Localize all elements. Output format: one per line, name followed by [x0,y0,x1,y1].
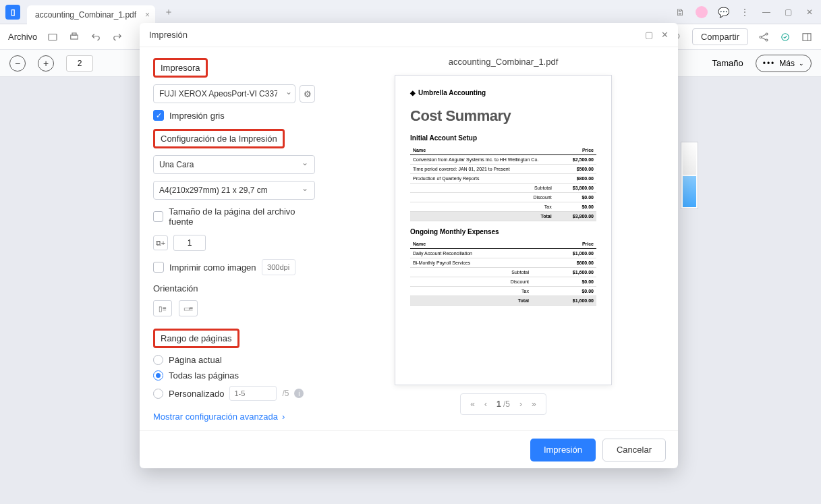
cancel-button[interactable]: Cancelar [602,439,666,461]
orientation-label: Orientación [153,283,315,293]
pager-next-button[interactable]: › [519,399,522,409]
preview-sec2-title: Ongoing Monthly Expenses [410,228,596,235]
print-as-image-label: Imprimir como imagen [169,262,256,273]
print-dialog: Impresión ▢ ✕ Impresora FUJI XEROX Apeos… [140,23,678,468]
svg-point-6 [766,39,768,41]
dialog-footer: Impresión Cancelar [140,430,678,468]
custom-range-radio[interactable] [153,389,163,399]
duplex-select[interactable]: Una Cara [153,155,315,174]
all-pages-label: Todas las páginas [169,370,239,381]
paper-size-select[interactable]: A4(210x297mm) 21 x 29,7 cm [153,181,315,200]
printer-select[interactable]: FUJI XEROX ApeosPort-VI C3370 [153,84,295,103]
avatar-icon[interactable] [696,6,708,18]
zoom-in-button[interactable]: + [38,55,54,72]
print-options-panel: Impresora FUJI XEROX ApeosPort-VI C3370 … [140,47,329,430]
advanced-settings-link[interactable]: Mostrar configuración avanzada› [153,412,315,422]
print-button[interactable]: Impresión [530,439,596,461]
source-page-size-checkbox[interactable] [153,211,163,222]
share-net-icon[interactable] [758,31,770,43]
svg-rect-0 [49,34,57,40]
panel-icon[interactable] [801,31,813,43]
grayscale-checkbox[interactable]: ✓ [153,110,164,121]
more-button[interactable]: •••Más⌄ [756,55,812,72]
pager-first-button[interactable]: « [470,399,475,409]
undo-icon[interactable] [90,31,102,43]
svg-rect-1 [71,35,78,39]
preview-sec1-title: Initial Account Setup [410,134,596,142]
document-tab[interactable]: accounting_Combinar_1.pdf × [27,5,155,24]
menu-archivo[interactable]: Archivo [8,32,37,42]
orientation-portrait-button[interactable]: ▯≡ [153,300,172,316]
preview-table-1: NamePriceConversion from Angular Systems… [410,146,596,221]
printer-settings-button[interactable]: ⚙ [300,85,315,103]
page-number-input[interactable] [66,55,93,72]
svg-rect-8 [803,33,811,40]
open-icon[interactable] [47,31,59,43]
thumbnail[interactable] [683,176,696,207]
preview-h1: Cost Summary [410,107,596,125]
cloud-icon[interactable] [779,31,791,43]
dpi-input[interactable] [262,259,295,275]
svg-point-4 [760,36,762,38]
thumbnail-strip[interactable] [681,142,698,209]
minimize-button[interactable]: — [760,6,772,18]
page-range-section-label: Rango de páginas [153,329,239,348]
total-pages-suffix: /5 [282,389,289,398]
page-preview: ◆ Umbrella Accounting Cost Summary Initi… [395,75,612,385]
maximize-button[interactable]: ▢ [782,6,794,18]
dialog-maximize-icon[interactable]: ▢ [645,30,653,40]
pager-prev-button[interactable]: ‹ [484,399,487,409]
current-page-label: Página actual [169,355,222,365]
zoom-out-button[interactable]: − [9,55,26,72]
more-icon[interactable]: ⋮ [739,6,751,18]
pager-last-button[interactable]: » [532,399,536,409]
preview-filename: accounting_Combinar_1.pdf [449,57,559,67]
custom-range-input[interactable] [229,386,277,401]
notify-icon[interactable]: 🗎 [674,6,686,18]
tab-title: accounting_Combinar_1.pdf [35,10,136,20]
chat-icon[interactable]: 💬 [717,6,729,18]
size-label[interactable]: Tamaño [712,58,743,68]
add-tab-button[interactable]: ＋ [162,5,175,19]
app-logo: ▯ [5,5,20,20]
svg-point-5 [766,33,768,35]
print-icon[interactable] [68,31,80,43]
dialog-close-icon[interactable]: ✕ [661,30,669,40]
source-page-size-label: Tamaño de la página del archivo fuente [169,206,315,227]
dialog-title: Impresión [149,30,188,40]
print-as-image-checkbox[interactable] [153,262,164,273]
print-config-section-label: Configuración de la Impresión [153,129,285,148]
orientation-landscape-button[interactable]: ▭≡ [179,300,198,316]
svg-rect-2 [72,33,76,35]
grayscale-label: Impresión gris [169,111,225,121]
preview-table-2: NamePriceDaily Account Reconciliation$1,… [410,240,596,306]
titlebar: ▯ accounting_Combinar_1.pdf × ＋ 🗎 💬 ⋮ — … [0,0,821,24]
custom-range-label: Personalizado [169,389,224,399]
dialog-header: Impresión ▢ ✕ [140,23,678,47]
pager-current: 1 /5 [497,399,510,409]
share-button[interactable]: Compartir [692,28,748,45]
copies-input[interactable] [173,235,206,251]
thumbnail[interactable] [683,144,696,175]
preview-brand: ◆ Umbrella Accounting [410,89,596,96]
current-page-radio[interactable] [153,355,163,365]
print-preview-panel: accounting_Combinar_1.pdf ◆ Umbrella Acc… [329,47,678,430]
info-icon[interactable]: i [294,389,304,398]
preview-pager: « ‹ 1 /5 › » [460,393,546,415]
redo-icon[interactable] [111,31,123,43]
copies-icon: ⧉+ [153,235,168,250]
close-window-button[interactable]: ✕ [803,6,816,18]
close-tab-icon[interactable]: × [145,10,150,20]
printer-section-label: Impresora [153,58,208,78]
all-pages-radio[interactable] [153,370,163,381]
